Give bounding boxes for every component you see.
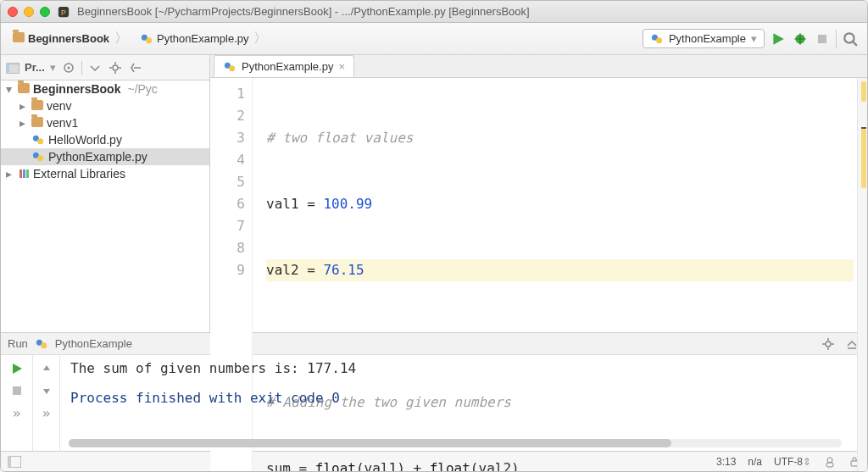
python-file-icon (31, 151, 45, 163)
rerun-button[interactable] (8, 360, 25, 377)
tree-folder-venv1[interactable]: ▸ venv1 (1, 114, 209, 131)
exit-line: Process finished with exit code 0 (70, 390, 857, 406)
project-view-icon (6, 62, 19, 74)
more-button[interactable]: » (8, 404, 25, 421)
breadcrumb-file[interactable]: PythonExample.py 〉 (136, 28, 272, 49)
traffic-lights (8, 7, 50, 17)
caret-marker (861, 127, 866, 129)
project-root[interactable]: ▾ BeginnersBook ~/Pyc (1, 81, 209, 97)
svg-rect-28 (26, 169, 29, 178)
up-stack-icon[interactable] (38, 360, 55, 377)
breadcrumb-project[interactable]: BeginnersBook 〉 (9, 28, 133, 49)
python-file-icon (31, 134, 45, 146)
line-number: 1 (214, 83, 245, 105)
separator (81, 61, 82, 75)
svg-point-3 (146, 37, 152, 43)
warning-marker[interactable] (861, 129, 866, 188)
svg-text:P: P (61, 8, 66, 16)
python-file-icon (140, 33, 153, 45)
code-token: = (299, 196, 324, 212)
tree-file-helloworld[interactable]: HelloWorld.py (1, 131, 209, 148)
search-everywhere-button[interactable] (842, 31, 859, 47)
editor-tab-label: PythonExample.py (242, 60, 333, 73)
svg-marker-39 (13, 364, 22, 374)
tree-file-pythonexample[interactable]: PythonExample.py (1, 148, 209, 165)
run-body: » » The sum of given numbers is: 177.14 … (1, 355, 867, 451)
breadcrumb: BeginnersBook 〉 PythonExample.py 〉 (9, 28, 637, 49)
code-token: 76.15 (323, 262, 364, 278)
project-tree[interactable]: ▾ BeginnersBook ~/Pyc ▸ venv ▸ venv1 (1, 81, 209, 332)
external-libraries-label: External Libraries (33, 167, 125, 180)
run-controls-secondary: » (33, 355, 60, 451)
debug-button[interactable] (792, 31, 809, 47)
svg-rect-27 (23, 169, 25, 178)
code-token: (val2) (470, 460, 520, 472)
window-minimize-button[interactable] (24, 7, 34, 17)
editor-pane: PythonExample.py × 1 2 3 4 5 6 7 8 9 # t… (210, 55, 867, 332)
code-comment: # two float values (266, 130, 413, 146)
svg-line-12 (853, 42, 857, 46)
folder-icon (31, 116, 43, 130)
run-config-selector[interactable]: PythonExample ▾ (643, 29, 765, 48)
down-stack-icon[interactable] (38, 382, 55, 399)
stop-button[interactable] (814, 31, 831, 47)
tree-item-label: venv (47, 99, 72, 113)
line-number: 2 (214, 105, 245, 127)
run-title-config: PythonExample (55, 337, 132, 350)
warning-marker[interactable] (861, 81, 866, 102)
code-token: val2 (266, 262, 299, 278)
run-output[interactable]: The sum of given numbers is: 177.14 Proc… (60, 355, 867, 451)
project-toolbar: Pr... ▾ (1, 55, 209, 81)
line-number: 5 (214, 171, 245, 193)
code-token: val1 (266, 196, 299, 212)
expand-arrow-icon[interactable]: ▸ (19, 116, 28, 130)
svg-point-32 (41, 342, 47, 348)
window-close-button[interactable] (8, 7, 18, 17)
tree-folder-venv[interactable]: ▸ venv (1, 97, 209, 114)
editor-tabs: PythonExample.py × (210, 55, 867, 78)
code-token: float (315, 460, 356, 472)
run-button[interactable] (770, 31, 787, 47)
more-button[interactable]: » (38, 404, 55, 421)
scroll-from-source-icon[interactable] (61, 60, 76, 75)
close-tab-icon[interactable]: × (338, 60, 345, 73)
run-title-prefix: Run (8, 337, 28, 350)
line-number: 4 (214, 149, 245, 171)
stop-button[interactable] (8, 382, 25, 399)
editor-tab-pythonexample[interactable]: PythonExample.py × (214, 55, 354, 77)
expand-arrow-icon[interactable]: ▸ (6, 167, 14, 180)
folder-icon (13, 32, 25, 45)
python-icon (650, 33, 664, 45)
code-token: float (430, 460, 470, 472)
folder-icon (18, 82, 30, 96)
project-path: ~/Pyc (127, 82, 157, 96)
svg-point-17 (113, 65, 118, 70)
folder-icon (31, 99, 43, 113)
line-number: 7 (214, 215, 245, 237)
svg-rect-26 (19, 169, 22, 178)
python-icon (35, 338, 48, 350)
scrollbar-thumb[interactable] (69, 439, 671, 447)
svg-rect-40 (13, 386, 21, 395)
settings-gear-icon[interactable] (108, 60, 123, 75)
svg-rect-10 (818, 35, 826, 43)
svg-point-23 (37, 138, 43, 144)
svg-point-16 (67, 66, 70, 69)
svg-point-30 (229, 65, 235, 71)
hide-tool-window-icon[interactable] (128, 60, 143, 75)
window-zoom-button[interactable] (40, 7, 50, 17)
line-number: 9 (214, 259, 245, 281)
output-line: The sum of given numbers is: 177.14 (70, 360, 857, 376)
expand-arrow-icon[interactable]: ▸ (19, 99, 28, 113)
horizontal-scrollbar[interactable] (69, 439, 842, 447)
app-icon: P (57, 6, 70, 18)
expand-arrow-icon[interactable]: ▾ (6, 82, 14, 96)
tool-windows-quick-access-icon[interactable] (8, 456, 21, 468)
chevron-down-icon[interactable]: ▾ (50, 61, 56, 74)
titlebar: P BeginnersBook [~/PycharmProjects/Begin… (1, 1, 867, 23)
run-config-label: PythonExample (669, 32, 746, 45)
python-file-icon (223, 61, 236, 73)
collapse-all-icon[interactable] (87, 60, 103, 75)
external-libraries[interactable]: ▸ External Libraries (1, 165, 209, 182)
project-tab-label[interactable]: Pr... (25, 61, 45, 74)
